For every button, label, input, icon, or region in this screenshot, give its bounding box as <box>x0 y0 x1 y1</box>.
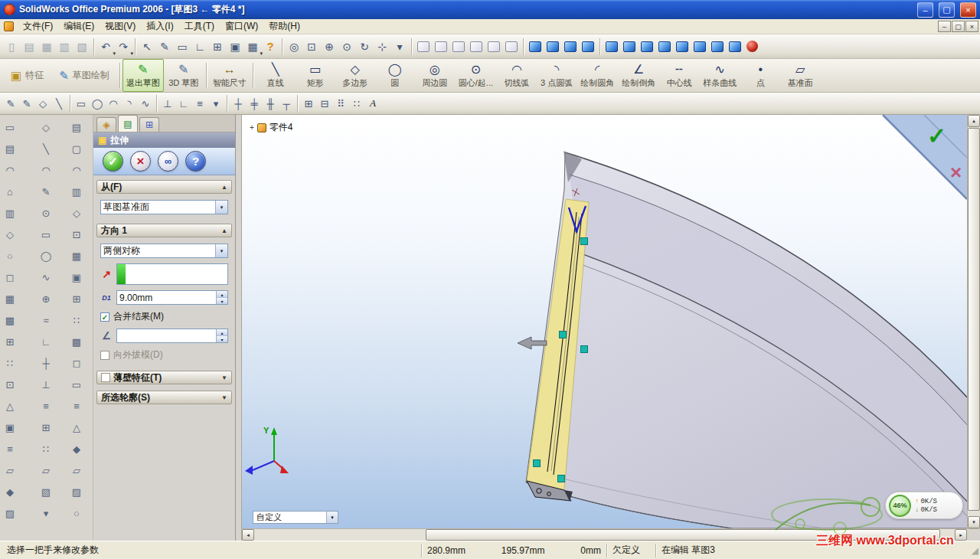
tool-icon[interactable]: ◻ <box>69 355 84 371</box>
tangent-arc-button[interactable]: ◠切线弧 <box>497 59 537 92</box>
confirm-cancel-icon[interactable]: × <box>950 161 962 184</box>
shaded-icon[interactable] <box>606 41 618 52</box>
tool-icon[interactable]: ◠ <box>69 162 84 178</box>
tool-icon[interactable]: ◠ <box>38 162 54 178</box>
tool-icon[interactable]: ◯ <box>38 248 54 263</box>
tool-icon[interactable]: ∷ <box>2 355 18 371</box>
tangent-arc-icon[interactable]: ◠ <box>106 96 121 111</box>
menu-item-window[interactable]: 窗口(W) <box>220 19 263 34</box>
line-icon[interactable]: ╲ <box>51 96 67 111</box>
tool-icon[interactable]: ◻ <box>2 270 18 285</box>
maximize-button[interactable]: ▢ <box>939 2 955 18</box>
tool-icon[interactable]: ⊞ <box>2 334 18 349</box>
display-state-icon[interactable] <box>746 41 758 52</box>
appearance-icon[interactable]: ▣ <box>227 38 243 55</box>
tool-icon[interactable]: ▧ <box>38 484 54 499</box>
three-point-arc-button[interactable]: ◝3 点圆弧 <box>537 59 577 92</box>
sketch-entity-icon[interactable]: ✎ <box>156 38 173 55</box>
tool-icon[interactable]: ▣ <box>2 420 18 435</box>
tool-icon[interactable]: ▤ <box>2 141 18 156</box>
spin-down-button[interactable]: ▾ <box>217 336 227 342</box>
plane-button[interactable]: ▱基准面 <box>780 59 820 92</box>
reverse-direction-icon[interactable]: ↗ <box>100 268 113 280</box>
thin-feature-checkbox[interactable] <box>101 373 110 382</box>
thin-feature-header[interactable]: 薄壁特征(T) ▼ <box>96 371 232 384</box>
shadows-icon[interactable] <box>623 41 635 52</box>
relations-flyout-icon[interactable]: ▾ <box>208 96 224 111</box>
tool-icon[interactable]: ▦ <box>69 248 84 263</box>
front-view-icon[interactable] <box>417 41 430 52</box>
scroll-down-button[interactable]: ▾ <box>968 516 980 528</box>
sketch-points-icon[interactable]: ∷ <box>349 96 364 111</box>
draft-outward-checkbox[interactable] <box>100 351 109 360</box>
dropdown-button[interactable]: ▾ <box>215 244 227 257</box>
modify-sketch-icon[interactable]: ◇ <box>35 96 51 111</box>
zebra-stripes-icon[interactable] <box>729 41 741 52</box>
tool-icon[interactable]: ∿ <box>38 270 54 285</box>
zoom-selected-icon[interactable]: ⊙ <box>338 38 355 55</box>
start-condition-select[interactable]: 草图基准面 ▾ <box>100 200 228 214</box>
tool-icon[interactable]: ▨ <box>2 505 18 521</box>
sketch-tab[interactable]: ✎草图绘制 <box>51 59 117 92</box>
tool-icon[interactable]: ◠ <box>2 162 18 178</box>
circular-pattern-icon[interactable]: ╫ <box>263 96 278 111</box>
scroll-right-button[interactable]: ▸ <box>955 529 967 541</box>
sketch-pattern-icon[interactable]: ⠿ <box>333 96 348 111</box>
propertymanager-tab[interactable]: ▤ <box>118 115 138 132</box>
tool-icon[interactable]: ⊙ <box>38 205 54 221</box>
print-preview-icon[interactable]: ▧ <box>74 38 90 55</box>
tool-icon[interactable]: ▱ <box>2 463 18 478</box>
vertical-scrollbar[interactable]: ▴ ▾ <box>967 115 980 528</box>
pattern-icon[interactable]: ⊞ <box>209 38 226 55</box>
menu-item-insert[interactable]: 插入(I) <box>141 19 178 34</box>
merge-result-checkbox[interactable]: ✓ <box>100 312 109 322</box>
scroll-up-button[interactable]: ▴ <box>968 115 980 127</box>
mdi-close-button[interactable]: × <box>965 21 978 32</box>
ok-button[interactable]: ✓ <box>103 151 123 172</box>
section-view-icon[interactable] <box>658 41 671 52</box>
sketch-icon[interactable]: ✎ <box>3 96 18 111</box>
tool-icon[interactable]: ⊡ <box>69 227 84 242</box>
tool-icon[interactable]: ⊥ <box>38 377 54 392</box>
tool-icon[interactable]: ◇ <box>38 119 54 135</box>
confirm-ok-icon[interactable]: ✓ <box>927 123 946 149</box>
tool-icon[interactable]: ◇ <box>2 227 18 242</box>
configuration-tab[interactable]: ⊞ <box>139 117 159 132</box>
tool-icon[interactable]: ⊞ <box>38 420 54 435</box>
perspective-icon[interactable] <box>641 41 653 52</box>
note-icon[interactable]: ▭ <box>174 38 191 55</box>
zoom-area-icon[interactable]: ⊡ <box>303 38 320 55</box>
draft-angle-icon[interactable]: ∠ <box>100 330 113 342</box>
exit-sketch-button[interactable]: ✎退出草图 <box>122 59 164 92</box>
3d-sketch-icon[interactable]: ✎ <box>19 96 34 111</box>
features-tab[interactable]: ▣特征 <box>3 59 51 92</box>
perimeter-circle-button[interactable]: ◎周边圆 <box>415 59 455 92</box>
tool-icon[interactable]: ⊞ <box>69 291 84 306</box>
sketch-chamfer-button[interactable]: ∠绘制倒角 <box>618 59 659 92</box>
tool-icon[interactable]: △ <box>2 398 18 414</box>
trim-entities-icon[interactable]: ┬ <box>279 96 294 111</box>
tool-icon[interactable]: ◇ <box>69 205 84 221</box>
wireframe-icon[interactable] <box>529 41 541 52</box>
sketch-text-icon[interactable]: A <box>365 96 381 111</box>
tool-icon[interactable]: ○ <box>69 505 84 521</box>
measure-icon[interactable]: ∟ <box>191 38 208 55</box>
help-button[interactable]: ? <box>185 151 206 172</box>
vertical-scroll-thumb[interactable] <box>968 128 980 511</box>
hidden-lines-visible-icon[interactable] <box>547 41 559 52</box>
new-icon[interactable]: ▯ <box>3 38 20 55</box>
tool-icon[interactable]: ▭ <box>69 377 84 392</box>
tool-icon[interactable]: ⊕ <box>38 291 54 306</box>
tool-icon[interactable]: ○ <box>2 248 18 263</box>
direction1-section-header[interactable]: 方向 1 ▲ <box>96 224 232 237</box>
spin-up-button[interactable]: ▴ <box>217 329 227 336</box>
pan-icon[interactable]: ⊹ <box>374 38 390 55</box>
zoom-fit-icon[interactable]: ◎ <box>286 38 302 55</box>
tool-icon[interactable]: ≈ <box>38 312 54 328</box>
convert-entities-icon[interactable]: ⊞ <box>301 96 316 111</box>
sketch-3d-button[interactable]: ✎3D 草图 <box>164 59 204 92</box>
tool-icon[interactable]: ▢ <box>69 141 84 156</box>
zoom-in-out-icon[interactable]: ⊕ <box>321 38 338 55</box>
depth-input[interactable]: 9.00mm ▴ ▾ <box>116 290 228 305</box>
tool-icon[interactable]: ▥ <box>69 184 84 199</box>
